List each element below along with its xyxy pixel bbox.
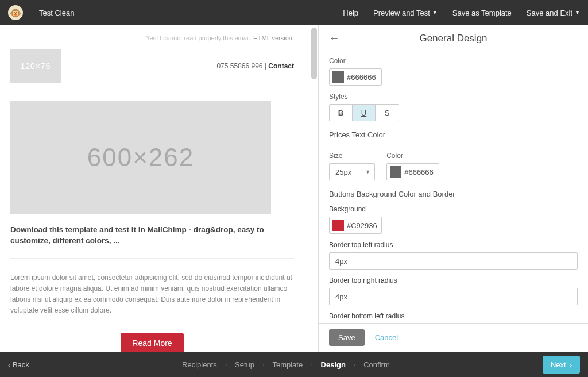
underline-toggle[interactable]: U	[353, 105, 376, 121]
save-exit-label: Save and Exit	[527, 9, 572, 17]
scrollbar-thumb[interactable]	[311, 28, 317, 79]
top-bar: 🐵 Test Clean Help Preview and Test ▼ Sav…	[0, 0, 588, 25]
bottom-bar: ‹ Back Recipients › Setup › Template › D…	[0, 352, 588, 377]
color-input[interactable]	[329, 68, 382, 86]
step-setup[interactable]: Setup	[235, 360, 254, 369]
html-version-link[interactable]: HTML version.	[253, 34, 294, 41]
preview-test-menu[interactable]: Preview and Test ▼	[373, 9, 438, 17]
btrr-label: Border top right radius	[329, 276, 578, 284]
email-body-text[interactable]: Lorem ipsum dolor sit amet, consectetur …	[10, 272, 294, 317]
chevron-right-icon: ›	[225, 361, 227, 368]
color-swatch-icon[interactable]	[332, 220, 344, 231]
panel-title: General Design	[343, 33, 578, 44]
panel-footer: Save Cancel	[319, 323, 588, 352]
back-label: Back	[13, 360, 29, 369]
design-side-panel: ← General Design Color Styles B U S Pric…	[318, 25, 588, 352]
buttons-section-label: Buttons Background Color and Border	[329, 190, 578, 198]
step-design[interactable]: Design	[321, 360, 346, 369]
step-confirm[interactable]: Confirm	[363, 360, 390, 369]
save-button[interactable]: Save	[329, 329, 365, 346]
email-preview-pane: Yes! I cannot read properly this email. …	[0, 25, 318, 352]
email-body: Yes! I cannot read properly this email. …	[5, 31, 300, 352]
panel-scroll: Color Styles B U S Prices Text Color Siz…	[319, 50, 588, 323]
background-hex-field[interactable]	[347, 221, 381, 230]
prices-section-label: Prices Text Color	[329, 130, 578, 139]
color-hex-field[interactable]	[347, 73, 381, 82]
chevron-right-icon: ›	[262, 361, 264, 368]
mailchimp-logo-icon[interactable]: 🐵	[8, 5, 23, 20]
cancel-link[interactable]: Cancel	[375, 333, 398, 342]
color2-label: Color	[386, 152, 439, 160]
hero-image-placeholder[interactable]: 600×262	[10, 101, 271, 214]
color-swatch-icon[interactable]	[332, 71, 344, 83]
email-header-row: 120×76 075 55866 996 | Contact	[10, 47, 294, 90]
panel-header: ← General Design	[319, 25, 588, 50]
cta-row: Read More	[10, 317, 294, 352]
chevron-down-icon: ▼	[361, 164, 374, 180]
chevron-right-icon: ›	[311, 361, 312, 368]
bblr-label: Border bottom left radius	[329, 312, 578, 320]
background-label: Background	[329, 205, 578, 213]
btlr-label: Border top left radius	[329, 241, 578, 249]
preview-test-label: Preview and Test	[373, 9, 430, 17]
campaign-name: Test Clean	[39, 9, 343, 17]
strike-toggle[interactable]: S	[376, 105, 399, 121]
styles-toggle-group: B U S	[329, 104, 399, 121]
help-link[interactable]: Help	[343, 9, 358, 17]
color2-hex-field[interactable]	[404, 168, 439, 176]
bold-toggle[interactable]: B	[330, 105, 353, 121]
header-contact: 075 55866 996 | Contact	[216, 62, 294, 70]
chevron-left-icon: ‹	[8, 360, 13, 369]
step-template[interactable]: Template	[272, 360, 303, 369]
email-heading[interactable]: Download this template and test it in Ma…	[10, 225, 294, 252]
color-swatch-icon[interactable]	[390, 166, 401, 178]
back-arrow-icon[interactable]: ←	[329, 32, 343, 44]
divider	[10, 258, 294, 259]
chevron-down-icon: ▼	[432, 10, 438, 16]
size-select[interactable]: 25px ▼	[329, 163, 375, 180]
next-button[interactable]: Next ›	[543, 356, 580, 374]
color2-input[interactable]	[386, 163, 439, 180]
logo-placeholder[interactable]: 120×76	[10, 49, 61, 83]
background-color-input[interactable]	[329, 217, 382, 234]
separator: |	[263, 62, 269, 70]
size-value: 25px	[330, 168, 361, 176]
read-more-button[interactable]: Read More	[121, 333, 183, 352]
step-recipients[interactable]: Recipients	[182, 360, 217, 369]
main-area: Yes! I cannot read properly this email. …	[0, 25, 588, 352]
back-button[interactable]: ‹ Back	[8, 360, 29, 369]
btlr-field[interactable]	[329, 252, 578, 270]
next-label: Next	[551, 360, 566, 369]
chevron-right-icon: ›	[354, 361, 355, 368]
size-label: Size	[329, 152, 375, 160]
styles-label: Styles	[329, 93, 578, 101]
top-actions: Help Preview and Test ▼ Save as Template…	[343, 9, 580, 17]
chevron-right-icon: ›	[570, 360, 572, 369]
contact-link[interactable]: Contact	[268, 62, 294, 70]
step-breadcrumbs: Recipients › Setup › Template › Design ›…	[29, 360, 543, 369]
save-as-template-link[interactable]: Save as Template	[452, 9, 512, 17]
save-exit-menu[interactable]: Save and Exit ▼	[527, 9, 580, 17]
view-online-line: Yes! I cannot read properly this email. …	[10, 31, 294, 47]
btrr-field[interactable]	[329, 288, 578, 305]
color-label: Color	[329, 57, 578, 65]
viewline-text: Yes! I cannot read properly this email.	[146, 34, 252, 41]
phone-number: 075 55866 996	[216, 62, 262, 70]
chevron-down-icon: ▼	[575, 10, 580, 16]
